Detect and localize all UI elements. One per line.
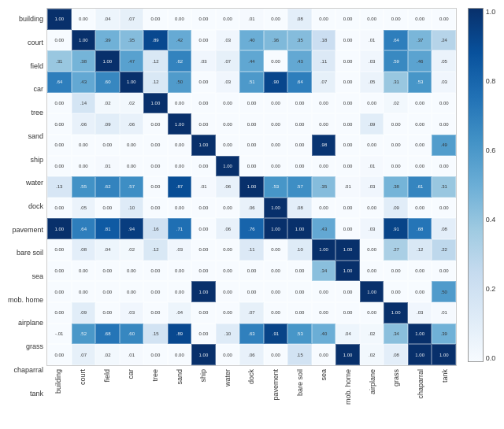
matrix-cell: 0.00 <box>216 344 240 365</box>
colorbar-tick: 0.4 <box>486 216 496 224</box>
matrix-cell: 0.00 <box>264 281 288 302</box>
x-label: grass <box>392 369 400 386</box>
matrix-cell: 0.00 <box>191 9 216 30</box>
matrix-cell: 0.00 <box>47 281 72 302</box>
x-label: water <box>224 369 232 386</box>
matrix-cell: 0.00 <box>264 93 288 114</box>
matrix-cell: .35 <box>312 176 336 198</box>
y-label: airplane <box>8 320 43 327</box>
matrix-cell: 0.00 <box>72 135 96 156</box>
matrix-cell: .08 <box>287 9 312 30</box>
matrix-cell: 0.00 <box>168 135 192 156</box>
matrix-cell: 0.00 <box>264 239 288 261</box>
matrix-cell: .60 <box>120 324 144 345</box>
matrix-cell: .59 <box>384 50 408 72</box>
x-label: mob. home <box>344 369 352 405</box>
matrix-cell: 0.00 <box>72 9 96 30</box>
matrix-cell: 0.00 <box>384 9 408 30</box>
matrix-cell: 1.00 <box>287 218 312 239</box>
matrix-cell: .64 <box>287 72 312 93</box>
matrix-cell: .13 <box>47 176 72 198</box>
matrix-cell: 0.00 <box>143 261 168 282</box>
matrix-cell: 1.00 <box>168 113 192 135</box>
matrix-cell: 0.00 <box>143 135 168 156</box>
matrix-cell: 0.00 <box>191 324 216 345</box>
matrix-cell: .22 <box>432 239 456 261</box>
matrix-cell: 1.00 <box>264 198 288 219</box>
matrix-cell: .16 <box>143 218 168 239</box>
matrix-cell: .53 <box>408 72 432 93</box>
matrix-cell: .91 <box>264 324 288 345</box>
x-label: ship <box>199 369 207 383</box>
matrix-cell: 0.00 <box>143 176 168 198</box>
matrix-cell: 0.00 <box>47 261 72 282</box>
matrix-cell: 0.00 <box>384 113 408 135</box>
x-label: bare soil <box>296 369 304 396</box>
y-label: tree <box>8 109 43 116</box>
colorbar-gradient <box>468 8 484 362</box>
matrix-cell: .71 <box>168 218 192 239</box>
matrix-cell: 0.00 <box>287 93 312 114</box>
colorbar-ticks: 1.00.80.60.40.20.0 <box>484 8 496 362</box>
matrix-cell: .44 <box>239 50 264 72</box>
matrix-cell: 0.00 <box>47 30 72 51</box>
matrix-cell: 1.00 <box>72 30 96 51</box>
heatmap-matrix: 1.000.00.04.070.000.000.000.00.010.00.08… <box>46 8 457 366</box>
matrix-cell: .08 <box>287 198 312 219</box>
matrix-cell: 0.00 <box>143 302 168 324</box>
matrix-cell: 0.00 <box>264 113 288 135</box>
matrix-cell: .03 <box>360 176 384 198</box>
matrix-cell: .05 <box>360 72 384 93</box>
matrix-cell: 1.00 <box>264 218 288 239</box>
matrix-cell: 0.00 <box>239 113 264 135</box>
y-label: chaparral <box>8 367 43 374</box>
matrix-cell: 0.00 <box>335 30 360 51</box>
matrix-cell: 0.00 <box>168 281 192 302</box>
matrix-cell: 0.00 <box>143 281 168 302</box>
matrix-cell: .61 <box>408 176 432 198</box>
matrix-cell: 0.00 <box>216 9 240 30</box>
matrix-cell: 0.00 <box>384 156 408 177</box>
matrix-cell: .57 <box>287 176 312 198</box>
x-label: tank <box>441 369 449 383</box>
matrix-cell: .02 <box>95 344 120 365</box>
matrix-cell: 0.00 <box>335 198 360 219</box>
y-axis-labels: buildingcourtfieldcartreesandshipwaterdo… <box>8 8 46 421</box>
matrix-cell: 0.00 <box>191 72 216 93</box>
matrix-cell: 0.00 <box>143 113 168 135</box>
matrix-cell: 0.00 <box>47 198 72 219</box>
matrix-cell: 0.00 <box>191 218 216 239</box>
matrix-cell: 0.00 <box>408 135 432 156</box>
matrix-cell: 0.00 <box>168 9 192 30</box>
matrix-cell: 0.00 <box>432 93 456 114</box>
matrix-cell: 1.00 <box>95 50 120 72</box>
matrix-cell: 1.00 <box>360 281 384 302</box>
matrix-cell: 0.00 <box>216 113 240 135</box>
matrix-cell: .02 <box>120 239 144 261</box>
matrix-cell: .12 <box>143 72 168 93</box>
matrix-cell: 0.00 <box>168 156 192 177</box>
matrix-cell: .89 <box>143 30 168 51</box>
y-label: bare soil <box>8 250 43 257</box>
matrix-cell: 0.00 <box>360 9 384 30</box>
matrix-cell: 0.00 <box>72 156 96 177</box>
matrix-cell: .14 <box>72 93 96 114</box>
matrix-cell: .05 <box>72 198 96 219</box>
matrix-cell: .87 <box>168 176 192 198</box>
matrix-cell: 0.00 <box>264 156 288 177</box>
matrix-cell: 1.00 <box>384 302 408 324</box>
matrix-cell: .46 <box>408 50 432 72</box>
matrix-cell: .04 <box>95 9 120 30</box>
matrix-cell: 1.00 <box>432 344 456 365</box>
matrix-cell: 0.00 <box>239 93 264 114</box>
matrix-cell: .60 <box>95 72 120 93</box>
matrix-cell: 0.00 <box>408 198 432 219</box>
matrix-cell: .15 <box>143 324 168 345</box>
x-label: sand <box>176 369 183 385</box>
matrix-cell: .02 <box>95 93 120 114</box>
matrix-cell: 0.00 <box>264 302 288 324</box>
matrix-cell: 1.00 <box>239 176 264 198</box>
matrix-cell: 0.00 <box>47 113 72 135</box>
matrix-cell: 0.00 <box>216 261 240 282</box>
matrix-cell: .03 <box>191 50 216 72</box>
